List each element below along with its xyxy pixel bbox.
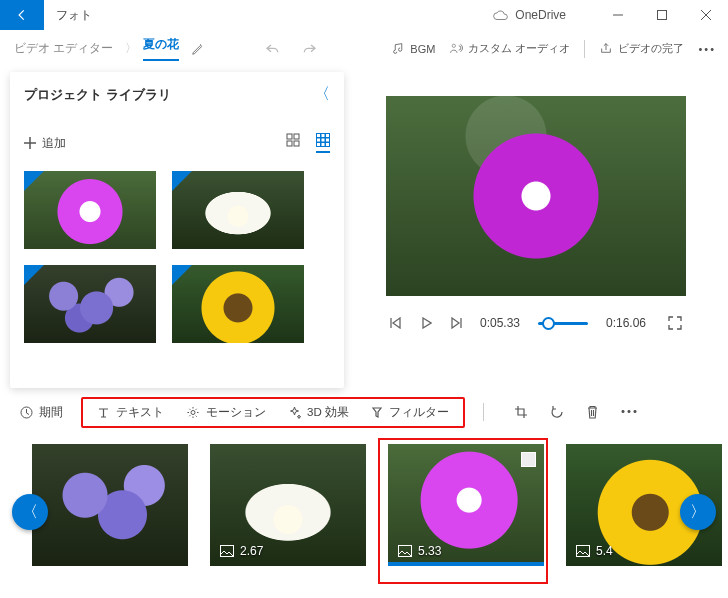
person-audio-icon: [449, 42, 463, 55]
arrow-left-icon: [15, 8, 29, 22]
clip-checkbox[interactable]: [521, 452, 536, 467]
filter-button[interactable]: フィルター: [371, 405, 449, 420]
prev-frame-button[interactable]: [390, 317, 402, 329]
scroll-next-button[interactable]: 〉: [680, 494, 716, 530]
fullscreen-button[interactable]: [668, 316, 682, 330]
clock-icon: [20, 406, 33, 419]
list-view-button[interactable]: [286, 133, 300, 153]
onedrive-status[interactable]: OneDrive: [493, 8, 566, 22]
storyboard-clip[interactable]: [32, 444, 188, 566]
svg-rect-11: [321, 138, 325, 142]
image-icon: [576, 545, 590, 557]
library-grid: [24, 171, 330, 343]
used-indicator: [24, 265, 44, 285]
app-title: フォト: [44, 7, 92, 24]
svg-rect-10: [317, 138, 321, 142]
motion-button[interactable]: モーション: [186, 405, 266, 420]
motion-icon: [186, 406, 200, 419]
export-icon: [599, 42, 613, 55]
svg-rect-4: [294, 134, 299, 139]
delete-button[interactable]: [586, 405, 599, 419]
svg-rect-13: [317, 143, 321, 147]
trash-icon: [586, 405, 599, 419]
divider: [483, 403, 484, 421]
svg-rect-3: [287, 134, 292, 139]
close-button[interactable]: [684, 0, 728, 30]
scroll-prev-button[interactable]: 〈: [12, 494, 48, 530]
seek-bar[interactable]: [538, 322, 588, 325]
svg-rect-15: [326, 143, 330, 147]
storyboard: 2.67 5.33 5.4 〈 〉: [0, 434, 728, 598]
plus-icon: [24, 137, 36, 149]
music-icon: [392, 42, 405, 55]
header-right-tools: BGM カスタム オーディオ ビデオの完了 •••: [392, 40, 716, 58]
svg-rect-6: [294, 141, 299, 146]
collapse-library-button[interactable]: 〈: [314, 84, 330, 105]
undo-icon: [265, 42, 281, 56]
bgm-button[interactable]: BGM: [392, 42, 435, 55]
highlighted-tools: テキスト モーション 3D 効果 フィルター: [81, 397, 465, 428]
library-item[interactable]: [24, 265, 156, 343]
rotate-button[interactable]: [550, 405, 564, 419]
redo-button[interactable]: [293, 38, 325, 60]
video-preview[interactable]: [386, 96, 686, 296]
used-indicator: [24, 171, 44, 191]
minimize-button[interactable]: [596, 0, 640, 30]
custom-audio-button[interactable]: カスタム オーディオ: [449, 41, 570, 56]
play-icon: [420, 317, 432, 329]
cloud-icon: [493, 10, 509, 21]
total-time: 0:16.06: [606, 316, 646, 330]
crop-button[interactable]: [514, 405, 528, 419]
next-frame-button[interactable]: [450, 317, 462, 329]
library-item[interactable]: [172, 171, 304, 249]
finish-video-button[interactable]: ビデオの完了: [599, 41, 684, 56]
edit-button[interactable]: [183, 38, 213, 60]
library-item[interactable]: [172, 265, 304, 343]
preview-pane: 0:05.33 0:16.06: [344, 68, 728, 388]
expand-icon: [668, 316, 682, 330]
storyboard-clip[interactable]: 2.67: [210, 444, 366, 566]
pencil-icon: [191, 42, 205, 56]
library-item[interactable]: [24, 171, 156, 249]
back-button[interactable]: [0, 0, 44, 30]
breadcrumb-current[interactable]: 夏の花: [143, 36, 179, 61]
duration-button[interactable]: 期間: [20, 405, 63, 420]
svg-rect-8: [321, 134, 325, 138]
large-grid-view-button[interactable]: [316, 133, 330, 153]
breadcrumb-root[interactable]: ビデオ エディター: [8, 36, 119, 61]
add-media-button[interactable]: 追加: [24, 135, 66, 152]
image-icon: [220, 545, 234, 557]
clip-duration: 2.67: [240, 544, 263, 558]
used-indicator: [172, 265, 192, 285]
divider: [584, 40, 585, 58]
3d-effects-button[interactable]: 3D 効果: [288, 405, 349, 420]
svg-point-17: [191, 410, 195, 414]
clip-duration: 5.4: [596, 544, 613, 558]
header-bar: ビデオ エディター 〉 夏の花 BGM カスタム オーディオ ビデオの完了 ••…: [0, 30, 728, 68]
rotate-icon: [550, 405, 564, 419]
filter-icon: [371, 406, 383, 419]
grid-large-icon: [316, 133, 330, 147]
svg-rect-9: [326, 134, 330, 138]
svg-rect-5: [287, 141, 292, 146]
main-area: プロジェクト ライブラリ 〈 追加: [0, 68, 728, 388]
text-button[interactable]: テキスト: [97, 405, 164, 420]
seek-head[interactable]: [542, 317, 555, 330]
current-time: 0:05.33: [480, 316, 520, 330]
svg-rect-14: [321, 143, 325, 147]
svg-point-2: [453, 44, 456, 47]
storyboard-clip-selected[interactable]: 5.33: [388, 444, 544, 566]
maximize-button[interactable]: [640, 0, 684, 30]
crop-icon: [514, 405, 528, 419]
svg-rect-12: [326, 138, 330, 142]
more-storyboard-button[interactable]: •••: [621, 405, 639, 419]
skip-back-icon: [390, 317, 402, 329]
title-bar: フォト OneDrive: [0, 0, 728, 30]
redo-icon: [301, 42, 317, 56]
more-button[interactable]: •••: [698, 43, 716, 55]
chevron-right-icon: 〉: [123, 40, 139, 57]
project-library-panel: プロジェクト ライブラリ 〈 追加: [10, 72, 344, 388]
used-indicator: [172, 171, 192, 191]
play-button[interactable]: [420, 317, 432, 329]
undo-button[interactable]: [257, 38, 289, 60]
